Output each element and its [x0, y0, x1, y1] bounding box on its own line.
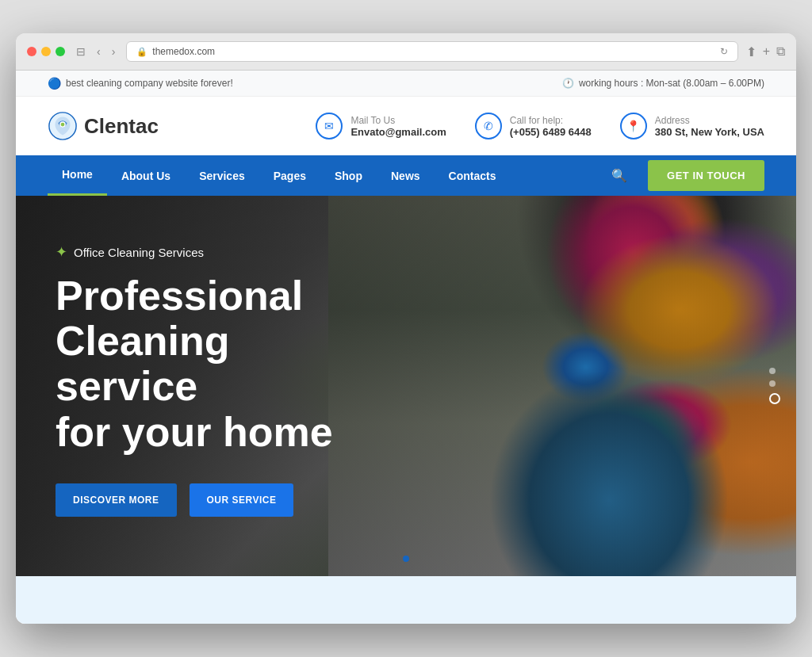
phone-icon: ✆	[475, 113, 502, 139]
clock-icon: 🕐	[562, 78, 574, 89]
url-text: themedox.com	[152, 46, 215, 57]
browser-window: ⊟ ‹ › 🔒 themedox.com ↻ ⬆ + ⧉ 🔵 best clea…	[16, 33, 796, 624]
location-icon: 📍	[620, 113, 647, 139]
tabs-icon[interactable]: ⧉	[776, 44, 785, 59]
header-contacts: ✉ Mail To Us Envato@gmail.com ✆ Call for…	[316, 113, 764, 139]
mail-icon: ✉	[316, 113, 343, 139]
hero-buttons: DISCOVER MORE OUR SERVICE	[56, 483, 373, 517]
address-bar[interactable]: 🔒 themedox.com ↻	[126, 41, 737, 62]
hero-title-line3: for your home	[56, 409, 333, 455]
hero-section: ✦ Office Cleaning Services Professional …	[16, 196, 796, 576]
get-in-touch-button[interactable]: GET IN TOUCH	[648, 160, 764, 191]
nav-item-contacts[interactable]: Contacts	[435, 157, 511, 195]
our-service-button[interactable]: OUR SERVICE	[190, 483, 294, 517]
back-button[interactable]: ‹	[94, 44, 104, 59]
nav-links: Home About Us Services Pages Shop News C…	[48, 155, 603, 196]
browser-action-buttons: ⬆ + ⧉	[746, 44, 785, 59]
forward-button[interactable]: ›	[109, 44, 119, 59]
search-icon[interactable]: 🔍	[603, 155, 635, 196]
sparkle-icon: ✦	[56, 243, 67, 261]
contact-mail: ✉ Mail To Us Envato@gmail.com	[316, 113, 446, 139]
lock-icon: 🔒	[136, 47, 147, 57]
website-content: 🔵 best cleaning company website forever!…	[16, 71, 796, 624]
svg-point-2	[61, 123, 65, 127]
traffic-lights	[27, 47, 65, 56]
dot-1-active[interactable]	[403, 556, 409, 562]
site-header: Clentac ✉ Mail To Us Envato@gmail.com ✆	[16, 97, 796, 155]
browser-chrome: ⊟ ‹ › 🔒 themedox.com ↻ ⬆ + ⧉	[16, 33, 796, 71]
top-bar-right-text: working hours : Mon-sat (8.00am – 6.00PM…	[579, 78, 764, 89]
side-dot-2[interactable]	[769, 380, 776, 387]
minimize-button[interactable]	[41, 47, 51, 56]
slider-dots-side	[769, 368, 780, 404]
hero-title: Professional Cleaning service for your h…	[56, 273, 373, 455]
bottom-section	[16, 576, 796, 624]
phone-label: Call for help:	[510, 115, 592, 126]
info-icon: 🔵	[48, 77, 61, 90]
browser-nav-controls: ⊟ ‹ ›	[73, 44, 118, 59]
navigation: Home About Us Services Pages Shop News C…	[16, 155, 796, 196]
nav-item-about[interactable]: About Us	[107, 157, 185, 195]
side-dot-1[interactable]	[769, 368, 776, 374]
side-dot-3-active[interactable]	[769, 393, 780, 404]
hero-subtitle-text: Office Cleaning Services	[74, 246, 204, 259]
hero-content: ✦ Office Cleaning Services Professional …	[16, 196, 412, 564]
logo-icon	[48, 111, 78, 141]
new-tab-icon[interactable]: +	[763, 44, 770, 59]
mail-label: Mail To Us	[350, 115, 446, 126]
hero-title-line1: Professional	[56, 273, 303, 319]
top-bar: 🔵 best cleaning company website forever!…	[16, 71, 796, 97]
logo-text: Clentac	[84, 114, 159, 139]
nav-item-shop[interactable]: Shop	[320, 157, 377, 195]
top-bar-right: 🕐 working hours : Mon-sat (8.00am – 6.00…	[562, 78, 764, 89]
nav-item-pages[interactable]: Pages	[259, 157, 320, 195]
contact-address: 📍 Address 380 St, New York, USA	[620, 113, 764, 139]
phone-info: Call for help: (+055) 6489 6448	[510, 115, 592, 138]
address-info: Address 380 St, New York, USA	[655, 115, 764, 138]
mail-value: Envato@gmail.com	[350, 126, 446, 138]
maximize-button[interactable]	[56, 47, 65, 56]
phone-value: (+055) 6489 6448	[510, 126, 592, 138]
reload-icon[interactable]: ↻	[720, 46, 728, 57]
top-bar-left: 🔵 best cleaning company website forever!	[48, 77, 233, 90]
nav-item-home[interactable]: Home	[48, 155, 107, 196]
top-bar-left-text: best cleaning company website forever!	[66, 78, 233, 89]
discover-more-button[interactable]: DISCOVER MORE	[56, 483, 177, 517]
close-button[interactable]	[27, 47, 36, 56]
hero-title-line2: Cleaning service	[56, 318, 230, 409]
contact-phone: ✆ Call for help: (+055) 6489 6448	[475, 113, 592, 139]
share-icon[interactable]: ⬆	[746, 44, 756, 59]
mail-info: Mail To Us Envato@gmail.com	[350, 115, 446, 138]
address-value: 380 St, New York, USA	[655, 126, 764, 138]
nav-item-news[interactable]: News	[377, 157, 435, 195]
nav-item-services[interactable]: Services	[185, 157, 259, 195]
sidebar-toggle-icon[interactable]: ⊟	[73, 44, 89, 59]
address-label: Address	[655, 115, 764, 126]
slider-dots-bottom	[403, 556, 409, 562]
hero-subtitle: ✦ Office Cleaning Services	[56, 243, 373, 261]
logo[interactable]: Clentac	[48, 111, 159, 141]
